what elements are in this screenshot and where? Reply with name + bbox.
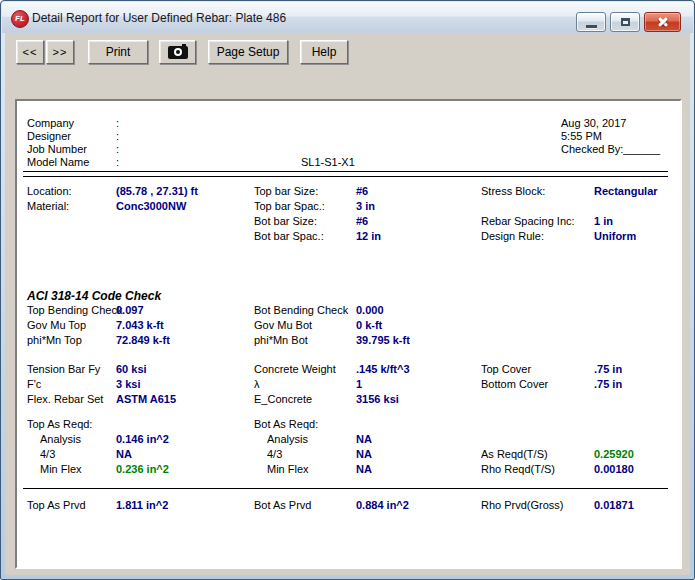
empty-cell [27, 230, 116, 245]
company-colon: : [116, 117, 119, 129]
field-label: Top bar Spac.: [254, 200, 356, 215]
field-value: 0.884 in^2 [356, 499, 481, 514]
field-label: Location: [27, 185, 116, 200]
field-label: Analysis [254, 433, 356, 448]
window-client-area: << >> Print Page Setup Help Company : De… [5, 33, 690, 575]
field-value: 0.097 [116, 304, 254, 319]
window-title: Detail Report for User Defined Rebar: Pl… [32, 11, 286, 25]
field-value: 0.236 in^2 [116, 463, 254, 478]
field-label: Top As Reqd: [27, 418, 116, 433]
field-label: Bot bar Size: [254, 215, 356, 230]
code-check-heading: ACI 318-14 Code Check [27, 289, 161, 303]
empty-cell [481, 433, 594, 448]
empty-cell [116, 215, 254, 230]
print-button[interactable]: Print [88, 40, 148, 64]
field-value: Conc3000NW [116, 200, 254, 215]
page-setup-button[interactable]: Page Setup [208, 40, 288, 64]
minimize-icon [586, 25, 597, 28]
detail-report-window: FL Detail Report for User Defined Rebar:… [0, 0, 695, 580]
empty-cell [594, 319, 676, 334]
field-value: 7.043 k-ft [116, 319, 254, 334]
checked-by-field: Checked By:______ [561, 143, 660, 155]
field-label: Min Flex [254, 463, 356, 478]
field-label: Rho Prvd(Gross) [481, 499, 594, 514]
model-name-colon: : [116, 156, 119, 168]
close-button[interactable] [644, 12, 681, 32]
empty-cell [481, 418, 594, 433]
field-label: phi*Mn Top [27, 334, 116, 349]
field-label: E_Concrete [254, 393, 356, 408]
section-code-check: Top Bending Check0.097Bot Bending Check0… [27, 304, 676, 349]
field-label: Gov Mu Top [27, 319, 116, 334]
field-value: NA [116, 448, 254, 463]
field-label: Concrete Weight [254, 363, 356, 378]
field-value: 0.25920 [594, 448, 676, 463]
field-label: Bottom Cover [481, 378, 594, 393]
empty-cell [594, 433, 676, 448]
field-value: ASTM A615 [116, 393, 254, 408]
empty-cell [27, 215, 116, 230]
header-divider [23, 171, 668, 177]
field-value: 12 in [356, 230, 481, 245]
field-label: As Reqd(T/S) [481, 448, 594, 463]
empty-cell [481, 319, 594, 334]
field-value: Uniform [594, 230, 676, 245]
field-label: Gov Mu Bot [254, 319, 356, 334]
field-label: 4/3 [27, 448, 116, 463]
field-label: Rho Reqd(T/S) [481, 463, 594, 478]
next-button[interactable]: >> [46, 40, 74, 64]
field-label: Flex. Rebar Set [27, 393, 116, 408]
field-value: #6 [356, 185, 481, 200]
empty-cell [481, 393, 594, 408]
field-value: Rectangular [594, 185, 676, 200]
field-label: Top Cover [481, 363, 594, 378]
field-label: Tension Bar Fy [27, 363, 116, 378]
empty-cell [594, 334, 676, 349]
help-button[interactable]: Help [300, 40, 348, 64]
section-geometry-rebar: Location:(85.78 , 27.31) ftTop bar Size:… [27, 185, 676, 245]
field-value: 1.811 in^2 [116, 499, 254, 514]
field-value: 1 in [594, 215, 676, 230]
field-value: 0 k-ft [356, 319, 481, 334]
camera-icon [168, 46, 188, 59]
field-label: Top Bending Check [27, 304, 116, 319]
field-value: 0.146 in^2 [116, 433, 254, 448]
empty-cell [356, 418, 481, 433]
field-value: 0.00180 [594, 463, 676, 478]
designer-label: Designer [27, 130, 71, 142]
empty-cell [481, 334, 594, 349]
field-value: NA [356, 448, 481, 463]
field-label: Bot bar Spac.: [254, 230, 356, 245]
report-content: Company : Designer : Job Number : Model … [17, 101, 680, 567]
company-label: Company [27, 117, 74, 129]
field-value: 39.795 k-ft [356, 334, 481, 349]
empty-cell [594, 393, 676, 408]
maximize-button[interactable] [610, 12, 640, 32]
app-logo-icon: FL [11, 10, 29, 28]
job-number-colon: : [116, 143, 119, 155]
field-value: #6 [356, 215, 481, 230]
empty-cell [594, 418, 676, 433]
field-label: Analysis [27, 433, 116, 448]
section-material-properties: Tension Bar Fy60 ksiConcrete Weight.145 … [27, 363, 676, 408]
snapshot-button[interactable] [159, 40, 196, 64]
field-label: Bot Bending Check [254, 304, 356, 319]
report-time: 5:55 PM [561, 130, 602, 142]
field-label: Rebar Spacing Inc: [481, 215, 594, 230]
empty-cell [481, 200, 594, 215]
empty-cell [594, 304, 676, 319]
field-value: .75 in [594, 363, 676, 378]
field-value: 60 ksi [116, 363, 254, 378]
empty-cell [116, 230, 254, 245]
previous-button[interactable]: << [16, 40, 44, 64]
empty-cell [481, 304, 594, 319]
field-value: 0.000 [356, 304, 481, 319]
empty-cell [594, 200, 676, 215]
title-bar[interactable]: FL Detail Report for User Defined Rebar:… [2, 2, 693, 33]
minimize-button[interactable] [576, 12, 606, 32]
report-date: Aug 30, 2017 [561, 117, 626, 129]
field-value: 1 [356, 378, 481, 393]
section-as-required: Top As Reqd:Bot As Reqd:Analysis0.146 in… [27, 418, 676, 478]
field-label: Stress Block: [481, 185, 594, 200]
field-label: λ [254, 378, 356, 393]
